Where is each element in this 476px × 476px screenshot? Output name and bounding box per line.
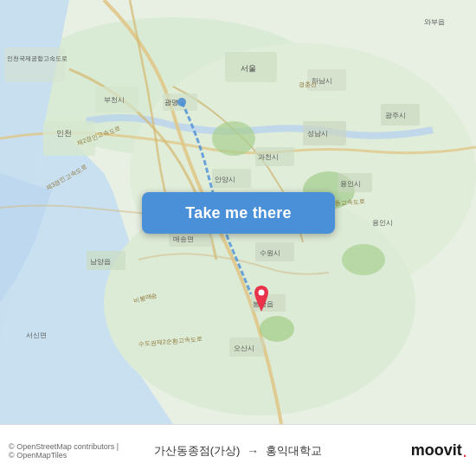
svg-text:오산시: 오산시 [234,344,254,352]
copyright-text: © OpenStreetMap contributors | © OpenMap… [9,442,124,460]
location-marker [251,286,272,312]
moovit-dot: . [462,441,467,460]
svg-text:인천국제공항고속도로: 인천국제공항고속도로 [7,55,68,62]
svg-text:인천: 인천 [56,129,72,138]
bottom-bar: © OpenStreetMap contributors | © OpenMap… [0,424,476,476]
svg-text:용인시: 용인시 [340,180,361,188]
destination-label: 홍익대학교 [266,443,322,459]
map-container: 인천 부천시 광명 서울 하남시 과천시 성남시 광주시 안양시 [0,0,476,424]
svg-text:서신면: 서신면 [26,331,47,339]
origin-label: 가산동종점(가상) [154,443,241,459]
svg-point-11 [260,316,294,342]
moovit-logo: moovit. [353,441,468,460]
svg-text:성남시: 성남시 [307,130,328,138]
svg-text:과천시: 과천시 [258,153,279,161]
svg-text:광명: 광명 [164,99,178,106]
svg-text:서울: 서울 [241,64,256,73]
svg-text:남양읍: 남양읍 [90,258,111,266]
svg-text:부천시: 부천시 [104,96,125,104]
svg-text:와부읍: 와부읍 [424,18,445,26]
svg-point-54 [259,290,265,296]
svg-text:광주시: 광주시 [385,112,406,119]
svg-text:수원시: 수원시 [260,249,280,257]
svg-point-8 [212,121,255,156]
svg-text:매송면: 매송면 [173,235,194,243]
svg-text:용인시: 용인시 [372,219,393,227]
svg-point-10 [342,244,385,275]
svg-text:안양시: 안양시 [215,176,235,183]
take-me-there-button[interactable]: Take me there [142,192,335,234]
route-arrow: → [247,444,259,458]
svg-text:경춘선: 경춘선 [299,81,317,87]
moovit-text: moovit [411,441,462,460]
route-info: 가산동종점(가상) → 홍익대학교 [124,443,353,459]
svg-rect-47 [4,48,65,82]
